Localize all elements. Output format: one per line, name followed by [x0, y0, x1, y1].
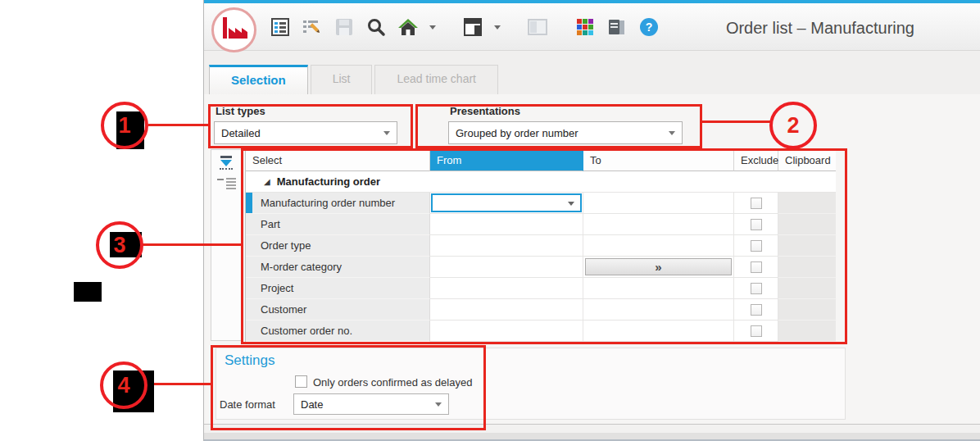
- record-list-icon[interactable]: [270, 15, 291, 39]
- annotation-number-4: 4: [117, 373, 129, 398]
- preview-icon[interactable]: [527, 15, 548, 39]
- home-dropdown-caret-icon[interactable]: [429, 25, 436, 33]
- screenshot-page: ? Order list – Manufacturing Selection L…: [0, 0, 980, 441]
- annotation-box-list-types: [208, 104, 413, 148]
- user-manual-icon[interactable]: [606, 15, 628, 39]
- tab-list[interactable]: List: [311, 65, 373, 94]
- annotation-marker-4: 4: [100, 361, 147, 409]
- annotation-number-1: 1: [118, 113, 130, 139]
- annotation-line-2: [701, 120, 770, 123]
- layout-dropdown-caret-icon[interactable]: [494, 25, 501, 33]
- annotation-box-settings: [211, 345, 486, 430]
- window-title: Order list – Manufacturing: [726, 19, 914, 38]
- annotation-black-box-stray: [74, 282, 102, 302]
- remove-selection-rows-icon[interactable]: [211, 170, 241, 189]
- tab-strip: Selection List Lead time chart: [204, 51, 980, 94]
- annotation-marker-2: 2: [769, 102, 817, 149]
- modules-grid-icon[interactable]: [574, 15, 596, 39]
- toolbar-icons: ?: [270, 3, 660, 51]
- annotation-line-1: [148, 124, 209, 126]
- monitor-factory-logo[interactable]: [211, 7, 257, 53]
- annotation-number-2: 2: [787, 113, 799, 139]
- annotation-line-4: [145, 383, 211, 385]
- toolbar: ? Order list – Manufacturing: [204, 3, 980, 51]
- save-icon[interactable]: [333, 15, 355, 39]
- tab-selection[interactable]: Selection: [209, 65, 308, 94]
- window-layout-icon[interactable]: [462, 15, 483, 39]
- help-glyph: ?: [640, 18, 658, 36]
- annotation-marker-1: 1: [101, 102, 148, 149]
- annotation-number-3: 3: [113, 233, 125, 258]
- tab-lead-time-chart[interactable]: Lead time chart: [374, 65, 498, 94]
- paste-to-selection-icon[interactable]: [211, 150, 241, 170]
- search-icon[interactable]: [365, 15, 387, 39]
- home-icon[interactable]: [397, 15, 419, 39]
- help-icon[interactable]: ?: [638, 15, 660, 39]
- annotation-box-presentations: [415, 104, 702, 148]
- annotation-marker-3: 3: [96, 221, 143, 269]
- annotation-box-selection-grid: [241, 148, 847, 344]
- edit-list-icon[interactable]: [302, 15, 323, 39]
- annotation-line-3: [143, 243, 242, 246]
